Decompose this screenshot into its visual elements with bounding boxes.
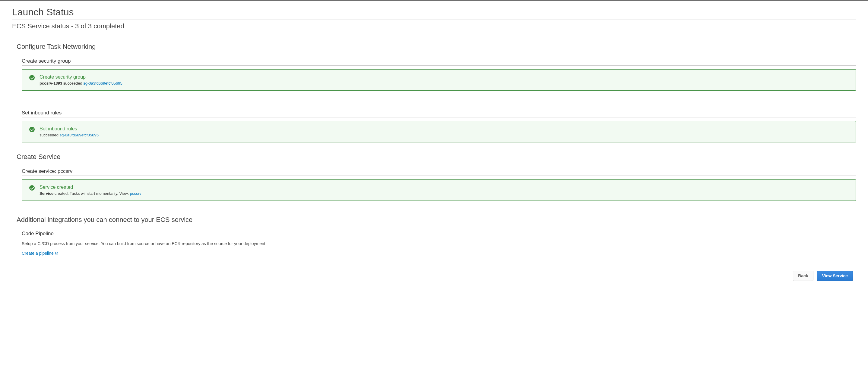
alert-title: Create security group bbox=[39, 74, 849, 80]
view-service-button[interactable]: View Service bbox=[817, 271, 853, 281]
subheading-create-service: Create service: pccsrv bbox=[22, 168, 856, 176]
back-button[interactable]: Back bbox=[793, 271, 813, 281]
resource-name: pccsrv-1393 bbox=[39, 81, 62, 85]
section-configure-networking: Configure Task Networking bbox=[17, 43, 856, 52]
subheading-create-security-group: Create security group bbox=[22, 58, 856, 66]
alert-detail: pccsrv-1393 succeeded sg-0a3fd669efcf056… bbox=[39, 81, 849, 85]
security-group-link[interactable]: sg-0a3fd669efcf05695 bbox=[83, 81, 122, 85]
success-check-icon bbox=[29, 185, 35, 190]
create-pipeline-link[interactable]: Create a pipeline bbox=[22, 251, 54, 256]
alert-create-security-group: Create security group pccsrv-1393 succee… bbox=[22, 69, 856, 91]
status-text: succeeded bbox=[39, 133, 60, 137]
alert-service-created: Service created Service created. Tasks w… bbox=[22, 179, 856, 201]
success-check-icon bbox=[29, 75, 35, 80]
code-pipeline-description: Setup a CI/CD process from your service.… bbox=[22, 241, 856, 246]
section-create-service: Create Service bbox=[17, 153, 856, 162]
status-text: succeeded bbox=[62, 81, 83, 85]
alert-title: Set inbound rules bbox=[39, 126, 849, 132]
alert-title: Service created bbox=[39, 184, 849, 190]
ecs-service-status: ECS Service status - 3 of 3 completed bbox=[12, 20, 856, 32]
subheading-code-pipeline: Code Pipeline bbox=[22, 231, 856, 238]
alert-set-inbound-rules: Set inbound rules succeeded sg-0a3fd669e… bbox=[22, 121, 856, 142]
service-link[interactable]: pccsrv bbox=[130, 191, 142, 196]
button-row: Back View Service bbox=[12, 271, 853, 281]
external-link-icon bbox=[55, 251, 58, 256]
status-text: created. Tasks will start momentarily. V… bbox=[53, 191, 130, 196]
page-title: Launch Status bbox=[12, 7, 856, 20]
resource-label: Service bbox=[39, 191, 53, 196]
success-check-icon bbox=[29, 127, 35, 132]
security-group-link[interactable]: sg-0a3fd669efcf05695 bbox=[60, 133, 99, 137]
section-additional-integrations: Additional integrations you can connect … bbox=[17, 216, 856, 225]
alert-detail: succeeded sg-0a3fd669efcf05695 bbox=[39, 133, 849, 137]
subheading-set-inbound-rules: Set inbound rules bbox=[22, 110, 856, 117]
alert-detail: Service created. Tasks will start moment… bbox=[39, 191, 849, 196]
